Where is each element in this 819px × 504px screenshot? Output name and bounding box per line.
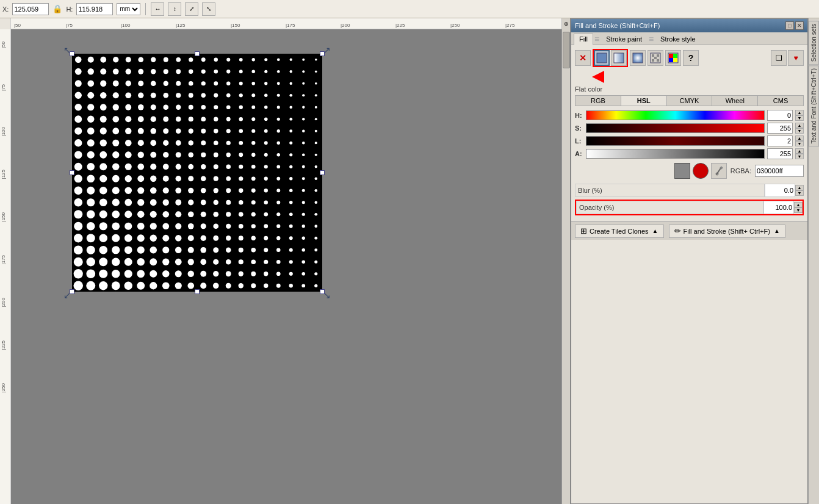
a-spin-up[interactable]: ▲ — [795, 148, 804, 154]
blur-spin-up[interactable]: ▲ — [795, 185, 804, 190]
paint-heart-btn[interactable]: ♥ — [788, 50, 804, 66]
flat-color-highlight — [593, 49, 628, 67]
flat-color-icon — [596, 52, 607, 63]
linear-grad-icon — [613, 52, 624, 63]
a-spin: ▲ ▼ — [795, 148, 804, 159]
tab-cms[interactable]: CMS — [758, 96, 803, 106]
tab-rgb[interactable]: RGB — [575, 96, 621, 106]
arrow-indicator — [575, 71, 804, 83]
paint-radial-btn[interactable] — [630, 50, 646, 66]
eyedropper-btn[interactable] — [711, 163, 727, 179]
sel-handle-ml[interactable] — [70, 170, 74, 175]
l-spin-down[interactable]: ▼ — [795, 141, 804, 146]
l-slider-track[interactable] — [586, 136, 765, 146]
lock-icon[interactable]: 🔒 — [52, 4, 62, 13]
panel-restore-btn[interactable]: □ — [785, 21, 794, 30]
s-slider-track[interactable] — [586, 123, 765, 133]
tab-stroke-style[interactable]: Stroke style — [655, 34, 701, 45]
svg-rect-13 — [673, 58, 677, 62]
rgba-input[interactable] — [755, 165, 804, 177]
l-slider-label: L: — [575, 137, 583, 145]
vertical-scrollbar[interactable] — [561, 29, 570, 504]
a-slider-track[interactable] — [586, 149, 765, 159]
s-slider-label: S: — [575, 124, 583, 132]
paint-type-row: ✕ — [575, 49, 804, 67]
sel-rotate-tr[interactable]: ↗ — [323, 45, 331, 55]
s-gradient — [586, 124, 764, 132]
a-spin-down[interactable]: ▼ — [795, 154, 804, 159]
flat-color-label: Flat color — [575, 85, 804, 93]
paint-extra1-btn[interactable]: ❑ — [771, 50, 787, 66]
h-spin-up[interactable]: ▲ — [795, 110, 804, 115]
blur-row: Blur (%) 0.0 ▲ ▼ — [575, 184, 804, 197]
tiled-clones-icon: ⊞ — [580, 226, 587, 236]
tab-fill[interactable]: Fill — [574, 34, 593, 45]
blur-spin-down[interactable]: ▼ — [795, 190, 804, 196]
x-input[interactable] — [12, 3, 49, 15]
tab-hsl[interactable]: HSL — [621, 96, 667, 106]
ruler-row: |50 |75 |100 |125 |150 |175 |200 |225 |2… — [0, 18, 570, 29]
rotate-cw-btn[interactable]: ⤢ — [185, 2, 198, 16]
h-slider-input[interactable] — [767, 110, 793, 121]
paint-pattern-btn[interactable] — [648, 50, 663, 66]
canvas-content[interactable]: ↖ ↗ ↙ ↘ — [11, 29, 570, 504]
sel-handle-tm[interactable] — [195, 51, 200, 56]
paint-swatch-btn[interactable] — [665, 50, 681, 66]
panel-tabs: Fill ≡ Stroke paint ≡ Stroke style — [571, 32, 807, 45]
opacity-label: Opacity (%) — [576, 201, 763, 214]
panel-title: Fill and Stroke (Shift+Ctrl+F) — [575, 22, 660, 29]
tab-sep-2: ≡ — [649, 34, 654, 45]
scrollbar-thumb[interactable] — [563, 32, 570, 68]
h-label: H: — [66, 5, 73, 13]
flip-v-btn[interactable]: ↕ — [168, 2, 181, 16]
l-slider-input[interactable] — [767, 135, 793, 146]
tab-stroke-paint[interactable]: Stroke paint — [601, 34, 648, 45]
opacity-row: Opacity (%) 100.0 ▲ ▼ — [575, 200, 804, 215]
sidebar-tab-selection-sets[interactable]: Selection sets — [809, 21, 819, 65]
panel-close-btn[interactable]: ✕ — [795, 21, 804, 30]
h-input[interactable] — [76, 3, 113, 15]
rotate-ccw-btn[interactable]: ⤡ — [202, 2, 215, 16]
sel-rotate-br[interactable]: ↘ — [323, 290, 331, 300]
ruler-corner — [0, 18, 11, 29]
unit-select[interactable]: mm px cm — [117, 3, 140, 15]
panel-titlebar: Fill and Stroke (Shift+Ctrl+F) □ ✕ — [571, 19, 807, 32]
s-slider-input[interactable] — [767, 123, 793, 134]
red-arrow — [592, 71, 604, 83]
fill-stroke-shortcut-btn[interactable]: ✏ Fill and Stroke (Shift+ Ctrl+F) ▲ — [669, 225, 785, 238]
color-swatch-circle[interactable] — [693, 163, 709, 179]
h-slider-track[interactable] — [586, 110, 765, 120]
ruler-end-icon: ⊕ — [561, 18, 570, 29]
paint-linear-btn[interactable] — [611, 50, 627, 66]
flip-h-btn[interactable]: ↔ — [151, 2, 164, 16]
s-spin-down[interactable]: ▼ — [795, 128, 804, 134]
halftone-artwork — [72, 54, 322, 292]
blur-spin: ▲ ▼ — [795, 185, 804, 196]
sel-rotate-bl[interactable]: ↙ — [63, 290, 71, 300]
paint-none-btn[interactable]: ✕ — [575, 50, 591, 66]
blur-label: Blur (%) — [575, 184, 765, 197]
paint-unknown-btn[interactable]: ? — [683, 50, 699, 66]
l-spin-up[interactable]: ▲ — [795, 135, 804, 141]
sidebar-tab-text-font[interactable]: Text and Font (Shift+Ctrl+T) — [809, 65, 819, 146]
opacity-spin-up[interactable]: ▲ — [794, 202, 803, 207]
create-tiled-clones-btn[interactable]: ⊞ Create Tiled Clones ▲ — [575, 225, 664, 238]
svg-rect-2 — [633, 53, 643, 63]
h-spin-down[interactable]: ▼ — [795, 115, 804, 121]
opacity-spin-down[interactable]: ▼ — [794, 207, 803, 213]
tab-wheel[interactable]: Wheel — [712, 96, 758, 106]
paint-flat-btn[interactable] — [594, 50, 610, 66]
pattern-icon — [650, 52, 661, 63]
s-spin-up[interactable]: ▲ — [795, 123, 804, 128]
sel-rotate-tl[interactable]: ↖ — [63, 45, 71, 55]
sel-handle-bm[interactable] — [195, 289, 200, 294]
sel-handle-mr[interactable] — [320, 170, 325, 175]
a-slider-input[interactable] — [767, 148, 793, 159]
blur-value: 0.0 — [765, 184, 795, 197]
canvas-area: |50 |75 |100 |125 |150 |175 |200 |225 |2… — [0, 18, 570, 504]
a-slider-row: A: ▲ ▼ — [575, 148, 804, 159]
h-slider-row: H: ▲ ▼ — [575, 110, 804, 121]
a-slider-label: A: — [575, 150, 583, 157]
tab-cmyk[interactable]: CMYK — [667, 96, 713, 106]
ruler-h-inner: |50 |75 |100 |125 |150 |175 |200 |225 |2… — [11, 18, 560, 29]
